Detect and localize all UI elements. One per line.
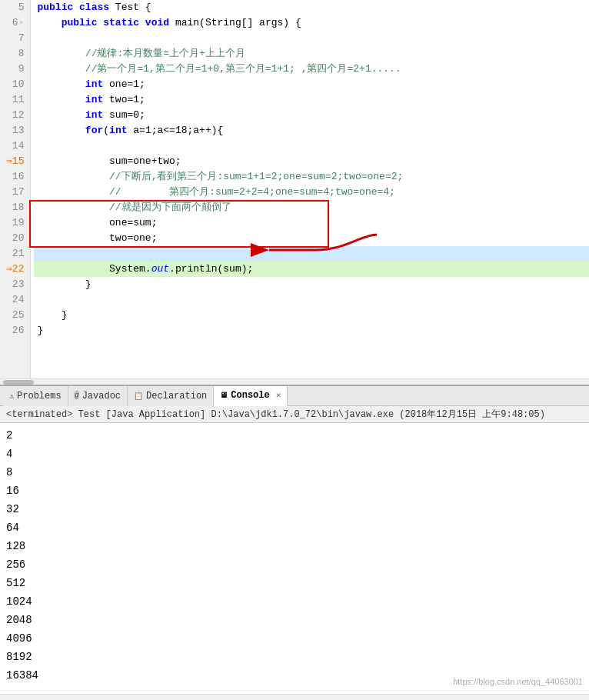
code-lines: public class Test { public static void m…	[31, 0, 589, 385]
console-line-1: 2	[6, 426, 583, 445]
problems-icon: ⚠	[9, 392, 14, 401]
editor-area: 5 6◦ 7 8 9 10 11 12 13 14 ⇒15 16 17 18 1…	[0, 0, 589, 385]
ln-10: 10	[6, 77, 24, 92]
tab-declaration-label: Declaration	[146, 391, 207, 402]
tab-declaration[interactable]: 📋 Declaration	[128, 386, 214, 406]
ln-24: 24	[6, 292, 24, 308]
tab-problems[interactable]: ⚠ Problems	[3, 386, 68, 406]
editor-scrollbar-thumb[interactable]	[3, 380, 34, 385]
code-line-11: int two=1;	[34, 92, 589, 108]
ln-20: 20	[6, 231, 24, 246]
ln-6: 6◦	[6, 15, 24, 31]
console-line-7: 128	[6, 537, 583, 555]
bottom-scrollbar[interactable]	[0, 694, 589, 700]
line-numbers: 5 6◦ 7 8 9 10 11 12 13 14 ⇒15 16 17 18 1…	[0, 0, 31, 385]
code-line-23: }	[34, 277, 589, 292]
ln-13: 13	[6, 123, 24, 138]
console-header: <terminated> Test [Java Application] D:\…	[0, 406, 589, 423]
console-line-8: 256	[6, 555, 583, 574]
ln-21: 21	[6, 246, 24, 262]
code-container: 5 6◦ 7 8 9 10 11 12 13 14 ⇒15 16 17 18 1…	[0, 0, 589, 385]
code-line-10: int one=1;	[34, 77, 589, 92]
ln-19: 19	[6, 215, 24, 231]
ln-26: 26	[6, 323, 24, 338]
tab-javadoc[interactable]: @ Javadoc	[68, 386, 128, 406]
code-line-24	[34, 292, 589, 308]
editor-scrollbar[interactable]	[0, 378, 589, 385]
ln-12: 12	[6, 108, 24, 123]
code-line-14	[34, 138, 589, 154]
code-line-16: //下断后,看到第三个月:sum=1+1=2;one=sum=2;two=one…	[34, 169, 589, 185]
ln-11: 11	[6, 92, 24, 108]
ln-14: 14	[6, 138, 24, 154]
ln-22: ⇒22	[6, 262, 24, 277]
ln-16: 16	[6, 169, 24, 185]
bottom-panel: ⚠ Problems @ Javadoc 📋 Declaration 🖥 Con…	[0, 385, 589, 700]
code-line-26: }	[34, 323, 589, 338]
ln-5: 5	[6, 0, 24, 15]
code-line-6: public static void main(String[] args) {	[34, 15, 589, 31]
console-line-6: 64	[6, 518, 583, 537]
ln-7: 7	[6, 31, 24, 46]
tab-javadoc-label: Javadoc	[82, 391, 121, 402]
code-line-9: //第一个月=1,第二个月=1+0,第三个月=1+1; ,第四个月=2+1...…	[34, 62, 589, 77]
code-line-13: for(int a=1;a<=18;a++){	[34, 123, 589, 138]
console-line-5: 32	[6, 500, 583, 518]
ln-15: ⇒15	[6, 154, 24, 169]
code-line-17: // 第四个月:sum=2+2=4;one=sum=4;two=one=4;	[34, 185, 589, 200]
console-icon: 🖥	[220, 391, 228, 400]
code-line-8: //规律:本月数量=上个月+上上个月	[34, 46, 589, 62]
code-line-12: int sum=0;	[34, 108, 589, 123]
code-line-7	[34, 31, 589, 46]
declaration-icon: 📋	[134, 392, 143, 401]
ln-9: 9	[6, 62, 24, 77]
code-line-15: sum=one+two;	[34, 154, 589, 169]
console-line-9: 512	[6, 574, 583, 592]
tab-problems-label: Problems	[17, 391, 62, 402]
console-line-3: 8	[6, 463, 583, 482]
console-line-2: 4	[6, 445, 583, 463]
console-line-4: 16	[6, 482, 583, 500]
console-line-12: 4096	[6, 629, 583, 648]
watermark: https://blog.csdn.net/qq_44063001	[453, 672, 583, 691]
red-arrow	[254, 227, 392, 265]
console-close-icon[interactable]: ✕	[276, 390, 281, 400]
ln-25: 25	[6, 308, 24, 323]
ln-18: 18	[6, 200, 24, 215]
code-line-18: //就是因为下面两个颠倒了	[34, 200, 589, 215]
tab-console-label: Console	[231, 390, 269, 401]
ln-17: 17	[6, 185, 24, 200]
code-line-5: public class Test {	[34, 0, 589, 15]
code-line-25: }	[34, 308, 589, 323]
console-line-11: 2048	[6, 611, 583, 629]
tab-console[interactable]: 🖥 Console ✕	[214, 386, 288, 406]
ln-8: 8	[6, 46, 24, 62]
console-line-13: 8192	[6, 648, 583, 666]
ln-23: 23	[6, 277, 24, 292]
console-line-10: 1024	[6, 592, 583, 611]
javadoc-icon: @	[75, 392, 79, 400]
tab-bar: ⚠ Problems @ Javadoc 📋 Declaration 🖥 Con…	[0, 386, 589, 406]
console-output: 2 4 8 16 32 64 128 256 512 1024 2048 409…	[0, 423, 589, 694]
